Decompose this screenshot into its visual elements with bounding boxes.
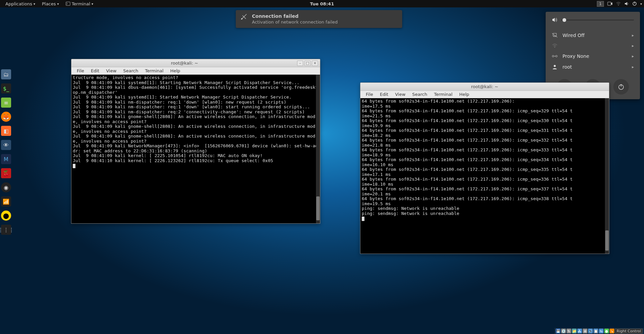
zenmap-launcher[interactable]: 👁 [1,140,11,150]
chevron-right-icon: ▸ [632,54,634,59]
files-launcher[interactable]: 🗂 [1,69,11,79]
chevron-right-icon: ▸ [632,65,634,69]
wireless-launcher[interactable]: 📶 [1,196,11,207]
menu-edit[interactable]: Edit [88,68,103,73]
terminal-window-1[interactable]: root@kali: ~ – □ × File Edit View Search… [71,59,320,224]
places-menu[interactable]: Places ▾ [38,0,62,7]
vm-host-key: Right Control [615,329,643,334]
terminal-output[interactable]: tructure mode, involves no access point?… [71,75,320,223]
top-panel: Applications ▾ Places ▾ Terminal ▾ Tue 0… [0,0,644,7]
vm-usb-icon[interactable]: ⇅ [567,329,571,333]
svg-rect-1 [608,2,611,5]
notification-banner[interactable]: Connection failed Activation of network … [236,10,402,28]
vm-recording-icon[interactable]: ● [604,329,609,333]
cherrytree-launcher[interactable]: 🍒 [1,168,11,178]
wired-menu-item[interactable]: Wired Off ▸ [546,30,640,41]
wired-label: Wired Off [562,33,627,38]
vm-display-icon[interactable]: 🖥 [583,329,587,333]
svg-point-6 [552,55,554,57]
chevron-down-icon[interactable]: ▾ [640,0,642,7]
menu-terminal[interactable]: Terminal [430,92,456,97]
minimize-button[interactable]: – [297,61,303,66]
volume-icon [552,17,558,23]
close-button[interactable]: × [312,61,318,66]
places-label: Places [42,1,56,6]
scrollbar-handle[interactable] [316,196,320,220]
terminal-text: tructure mode, involves no access point?… [73,75,318,163]
clock[interactable]: Tue 08:41 [310,1,334,6]
power-icon[interactable] [632,0,637,7]
network-error-icon [240,13,247,20]
svg-point-4 [241,18,243,20]
volume-row [546,15,640,27]
menu-help[interactable]: Help [167,68,184,73]
user-label: root [562,64,627,70]
vm-shared-icon[interactable]: 📁 [572,329,577,333]
maximize-button[interactable]: □ [304,61,311,66]
workspace-indicator[interactable]: 1 [597,1,604,7]
terminal-output[interactable]: 64 bytes from sof02s34-in-f14.1e100.net … [360,98,609,254]
svg-point-7 [556,55,557,57]
vm-network-icon[interactable]: 🖧 [577,329,582,333]
show-apps-launcher[interactable]: ⋮⋮⋮ [1,225,11,235]
volume-slider[interactable] [561,20,634,21]
power-button[interactable] [613,79,629,95]
vm-mouse-icon[interactable]: ↘ [610,329,614,333]
titlebar[interactable]: root@kali: ~ – □ × [71,59,320,67]
terminal-icon [66,1,70,6]
proxy-label: Proxy None [562,53,627,59]
recording-icon[interactable] [607,0,613,7]
menu-view[interactable]: View [392,92,409,97]
chevron-down-icon: ▾ [57,2,59,6]
scrollbar-handle[interactable] [605,230,609,251]
chevron-down-icon: ▾ [92,2,93,6]
vm-audio-icon[interactable]: 🔊 [588,329,593,333]
vm-optical-icon[interactable]: 💿 [561,329,566,333]
titlebar[interactable]: root@kali: ~ [360,83,609,91]
terminal-text: 64 bytes from sof02s34-in-f14.1e100.net … [362,99,573,216]
scrollbar[interactable] [605,98,609,254]
cursor-icon [73,164,75,168]
volume-icon[interactable] [624,0,629,7]
vm-drag-icon[interactable]: ⇆ [599,329,604,333]
chevron-right-icon: ▸ [632,33,634,38]
scrollbar[interactable] [316,75,320,223]
metasploit-launcher[interactable]: M [1,154,11,164]
notification-body: Activation of network connection failed [252,20,338,25]
menu-help[interactable]: Help [456,92,473,97]
chevron-down-icon: ▾ [33,2,35,6]
kali-launcher[interactable]: ⬤ [1,211,11,221]
colorpicker-launcher[interactable]: ◉ [1,182,11,192]
wifi-menu-item[interactable]: ▸ [546,41,640,51]
app-menu-label: Terminal [72,1,90,6]
proxy-menu-item[interactable]: Proxy None ▸ [546,51,640,62]
menu-file[interactable]: File [362,92,377,97]
burpsuite-launcher[interactable]: ◧ [1,126,11,136]
proxy-icon [552,53,558,59]
applications-label: Applications [5,1,32,6]
menu-terminal[interactable]: Terminal [141,68,167,73]
terminal-launcher[interactable]: $_ [1,83,11,94]
window-title: root@kali: ~ [362,84,607,89]
svg-point-9 [554,65,556,67]
menu-search[interactable]: Search [409,92,431,97]
wifi-icon [552,43,558,48]
window-title: root@kali: ~ [73,61,296,66]
slider-thumb[interactable] [562,18,566,22]
menu-file[interactable]: File [73,68,88,73]
menu-view[interactable]: View [103,68,120,73]
vm-status-bar: 💾 💿 ⇅ 📁 🖧 🖥 🔊 📋 ⇆ ● ↘ Right Control [554,328,644,334]
svg-rect-5 [553,33,556,36]
network-icon[interactable] [616,0,621,7]
menu-search[interactable]: Search [120,68,142,73]
text-editor-launcher[interactable]: ≡ [1,98,11,108]
vm-clipboard-icon[interactable]: 📋 [593,329,598,333]
user-menu-item[interactable]: root ▸ [546,62,640,72]
menu-edit[interactable]: Edit [377,92,392,97]
applications-menu[interactable]: Applications ▾ [2,0,38,7]
app-menu[interactable]: Terminal ▾ [62,0,97,7]
firefox-launcher[interactable]: 🦊 [1,112,11,122]
terminal-window-2[interactable]: root@kali: ~ File Edit View Search Termi… [360,82,609,254]
menubar: File Edit View Search Terminal Help [71,67,320,75]
vm-disk-icon[interactable]: 💾 [556,329,560,333]
